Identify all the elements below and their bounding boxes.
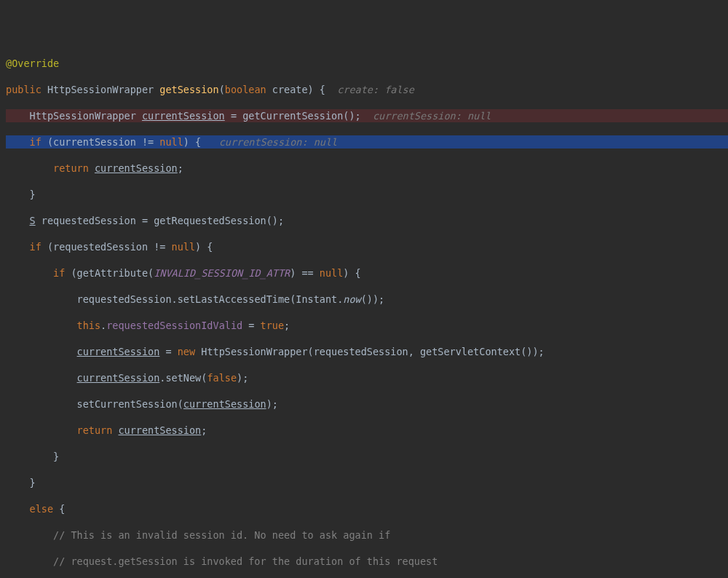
text: ); <box>237 372 248 384</box>
keyword: if <box>30 241 47 253</box>
keyword: if <box>30 136 47 148</box>
text: requestedSession = getRequestedSession()… <box>36 215 284 226</box>
constant: INVALID_SESSION_ID_ATTR <box>154 267 290 279</box>
code-line: currentSession.setNew(false); <box>6 371 728 384</box>
variable: currentSession <box>77 372 160 384</box>
text: setCurrentSession( <box>77 398 183 410</box>
keyword: null <box>159 136 183 148</box>
method-name: getSession <box>159 84 218 95</box>
indent <box>6 529 53 541</box>
code-line: return currentSession; <box>6 162 728 175</box>
comment: // request.getSession is invoked for the… <box>53 555 438 567</box>
text: ) == <box>290 267 320 279</box>
text: = <box>159 346 177 357</box>
keyword: true <box>261 320 285 331</box>
code-line: return currentSession; <box>6 424 728 437</box>
indent <box>6 320 77 331</box>
text: ; <box>178 162 183 174</box>
keyword: public <box>6 84 47 95</box>
keyword: false <box>207 372 237 384</box>
inline-hint: create: false <box>325 84 414 95</box>
indent <box>6 503 30 515</box>
indent <box>6 189 30 200</box>
indent <box>6 372 77 384</box>
keyword: null <box>172 241 196 253</box>
code-line: // request.getSession is invoked for the… <box>6 555 728 568</box>
code-line: } <box>6 188 728 201</box>
indent <box>6 241 30 253</box>
variable: currentSession <box>183 398 266 410</box>
code-line: this.requestedSessionIdValid = true; <box>6 319 728 332</box>
text: . <box>100 320 106 331</box>
text: = <box>242 320 260 331</box>
text: ( <box>219 84 225 95</box>
indent <box>6 110 30 122</box>
code-line: requestedSession.setLastAccessedTime(Ins… <box>6 293 728 306</box>
brace: } <box>53 451 59 462</box>
code-line: if (getAttribute(INVALID_SESSION_ID_ATTR… <box>6 266 728 280</box>
text: ); <box>266 398 278 410</box>
comment: // This is an invalid session id. No nee… <box>53 529 390 541</box>
keyword: return <box>77 424 119 436</box>
indent <box>6 215 30 226</box>
keyword: return <box>53 162 95 174</box>
variable: currentSession <box>118 424 201 436</box>
indent <box>6 451 53 462</box>
inline-hint: currentSession: null <box>361 110 491 122</box>
text: = getCurrentSession(); <box>225 110 361 122</box>
keyword: new <box>178 346 202 357</box>
code-line: S requestedSession = getRequestedSession… <box>6 214 728 227</box>
type: HttpSessionWrapper <box>30 110 142 122</box>
text: (currentSession != <box>47 136 159 148</box>
text: HttpSessionWrapper(requestedSession, get… <box>201 346 544 357</box>
indent <box>6 477 30 488</box>
variable: currentSession <box>95 162 178 174</box>
keyword: if <box>53 267 71 279</box>
code-line: } <box>6 476 728 489</box>
brace: } <box>30 477 36 488</box>
code-line: else { <box>6 502 728 515</box>
text: ) { <box>195 241 213 253</box>
type-param: S <box>30 215 36 226</box>
keyword: else <box>30 503 60 515</box>
keyword: boolean <box>225 84 272 95</box>
annotation: @Override <box>6 58 59 69</box>
variable: currentSession <box>77 346 160 357</box>
code-line: currentSession = new HttpSessionWrapper(… <box>6 345 728 358</box>
field: requestedSessionIdValid <box>106 320 242 331</box>
code-line: public HttpSessionWrapper getSession(boo… <box>6 83 728 96</box>
text: (requestedSession != <box>47 241 172 253</box>
text: ) { <box>343 267 360 279</box>
text: .setNew( <box>159 372 207 384</box>
indent <box>6 555 53 567</box>
text: ; <box>284 320 290 331</box>
text: requestedSession.setLastAccessedTime(Ins… <box>77 293 344 305</box>
inline-hint: currentSession: null <box>201 136 337 148</box>
text: ; <box>201 424 207 436</box>
brace: } <box>30 189 36 200</box>
indent <box>6 346 77 357</box>
indent <box>6 424 77 436</box>
indent <box>6 162 53 174</box>
code-line: } <box>6 450 728 463</box>
indent <box>6 398 77 410</box>
text: (getAttribute( <box>71 267 154 279</box>
indent <box>6 136 30 148</box>
static-method: now <box>343 293 360 305</box>
code-line: @Override <box>6 57 728 70</box>
code-line: setCurrentSession(currentSession); <box>6 397 728 411</box>
text: ) { <box>183 136 201 148</box>
brace: { <box>59 503 65 515</box>
variable: currentSession <box>142 110 225 122</box>
highlighted-line-error[interactable]: HttpSessionWrapper currentSession = getC… <box>6 109 728 122</box>
keyword: this <box>77 320 101 331</box>
highlighted-line-current[interactable]: if (currentSession != null) { currentSes… <box>6 135 728 149</box>
type: HttpSessionWrapper <box>47 84 159 95</box>
indent <box>6 267 53 279</box>
text: create) { <box>272 84 325 95</box>
indent <box>6 293 77 305</box>
code-line: // This is an invalid session id. No nee… <box>6 528 728 542</box>
keyword: null <box>320 267 344 279</box>
text: ()); <box>361 293 385 305</box>
code-line: if (requestedSession != null) { <box>6 240 728 253</box>
